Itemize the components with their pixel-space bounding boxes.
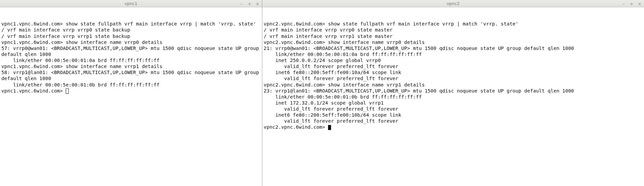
terminal-line: valid_lft forever preferred_lft forever: [264, 76, 398, 81]
terminal-line: link/ether 00:00:5e:00:01:0a brd ff:ff:f…: [264, 52, 422, 57]
window-title: vpnc2: [447, 1, 460, 6]
terminal-pane-vpnc1: vpnc1 – + × vpnc1.vpnc.6wind.com> show s…: [0, 0, 262, 186]
maximize-icon[interactable]: +: [629, 2, 634, 6]
terminal-line: link/ether 00:00:5e:00:01:0b brd ff:ff:f…: [264, 94, 422, 100]
terminal-line: valid_lft forever preferred_lft forever: [264, 118, 398, 124]
close-icon[interactable]: ×: [637, 2, 642, 6]
terminal-line: 57: vrrp0@wan01: <BROADCAST,MULTICAST,UP…: [1, 46, 262, 57]
terminal-line: inet6 fe80::200:5eff:fe00:10a/64 scope l…: [264, 70, 401, 75]
titlebar-vpnc2[interactable]: vpnc2 – + ×: [262, 0, 644, 7]
cursor-icon: [328, 125, 331, 130]
terminal-vpnc1[interactable]: vpnc1.vpnc.6wind.com> show state fullpat…: [0, 7, 262, 186]
terminal-line: / vrf main interface vrrp vrrp0 state ma…: [264, 27, 392, 33]
terminal-output: vpnc1.vpnc.6wind.com> show state fullpat…: [1, 21, 261, 94]
terminal-line: inet 250.0.0.2/24 scope global vrrp0: [264, 58, 381, 63]
terminal-line: valid_lft forever preferred_lft forever: [264, 64, 398, 69]
terminal-line: 23: vrrp1@lan01: <BROADCAST,MULTICAST,UP…: [264, 88, 574, 94]
minimize-icon[interactable]: –: [621, 2, 626, 6]
terminal-line: inet 172.32.0.1/24 scope global vrrp1: [264, 100, 384, 106]
terminal-vpnc2[interactable]: vpnc2.vpnc.6wind.com> show state fullpat…: [262, 7, 644, 186]
terminal-line: 58: vrrp1@lan01: <BROADCAST,MULTICAST,UP…: [1, 70, 262, 81]
terminal-output: vpnc2.vpnc.6wind.com> show state fullpat…: [264, 21, 643, 130]
terminal-line: inet6 fe80::200:5eff:fe00:10b/64 scope l…: [264, 112, 401, 118]
terminal-line: vpnc2.vpnc.6wind.com> show interface nam…: [264, 40, 425, 45]
minimize-icon[interactable]: –: [239, 2, 244, 6]
terminal-line: link/ether 00:00:5e:00:01:0a brd ff:ff:f…: [1, 58, 159, 63]
terminal-line: vpnc2.vpnc.6wind.com> show interface nam…: [264, 82, 425, 87]
terminal-line: valid_lft forever preferred_lft forever: [264, 106, 398, 112]
terminal-line: / vrf main interface vrrp vrrp1 state ba…: [1, 34, 130, 39]
terminal-line: vpnc2.vpnc.6wind.com> show state fullpat…: [264, 21, 519, 26]
window-buttons: – + ×: [621, 0, 642, 7]
window-buttons: – + ×: [239, 0, 260, 7]
terminal-line: vpnc1.vpnc.6wind.com> show interface nam…: [1, 64, 162, 69]
terminal-pane-vpnc2: vpnc2 – + × vpnc2.vpnc.6wind.com> show s…: [262, 0, 644, 186]
terminal-prompt: vpnc1.vpnc.6wind.com>: [1, 88, 66, 94]
terminal-line: / vrf main interface vrrp vrrp0 state ba…: [1, 27, 130, 33]
terminal-line: / vrf main interface vrrp vrrp1 state ma…: [264, 34, 392, 39]
terminal-line: vpnc1.vpnc.6wind.com> show state fullpat…: [1, 21, 256, 26]
cursor-icon: [66, 88, 69, 94]
terminal-line: 21: vrrp0@wan01: <BROADCAST,MULTICAST,UP…: [264, 46, 574, 51]
titlebar-vpnc1[interactable]: vpnc1 – + ×: [0, 0, 262, 7]
window-title: vpnc1: [124, 1, 137, 6]
terminal-line: link/ether 00:00:5e:00:01:0b brd ff:ff:f…: [1, 82, 159, 87]
terminal-prompt: vpnc2.vpnc.6wind.com>: [264, 124, 328, 130]
maximize-icon[interactable]: +: [247, 2, 252, 6]
terminal-line: vpnc1.vpnc.6wind.com> show interface nam…: [1, 40, 162, 45]
close-icon[interactable]: ×: [255, 2, 260, 6]
